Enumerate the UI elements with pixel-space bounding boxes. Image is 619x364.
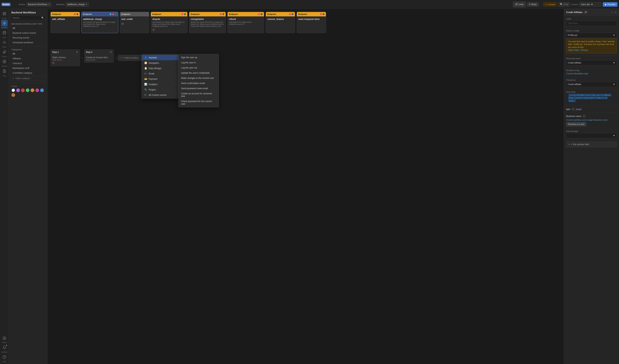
category-item-affiliates[interactable]: Affiliates [10,56,46,61]
menu-item-navigation-label: Navigation [149,62,173,64]
sidebar-item-logs-wrap: Logs [1,68,8,77]
search-input[interactable] [11,15,45,20]
sidebar-item-logs[interactable] [1,68,8,74]
dropdown-chevron-icon: ▼ [613,134,615,137]
color-dot-white[interactable] [11,88,15,92]
step-card-1[interactable]: Step 1 🗑 Static choices Only when... ⊘ [51,49,80,66]
endpoint-header-refund: Endpoint [227,12,264,16]
main-layout: Design Workflow Data Styles Plugins [0,9,619,364]
endpoint-card-add-affiliate[interactable]: Endpoint add_affiliate [51,12,80,33]
color-dot-blue[interactable] [40,88,44,92]
sidebar-item-plugins[interactable] [1,49,8,55]
issues-badge[interactable]: ⚠ 2 Issues [543,2,557,6]
field-to-modify-dropdown[interactable]: Profile pic ▼ [566,33,617,38]
label-input[interactable] [566,21,617,26]
sidebar-item-styles[interactable] [1,39,8,46]
endpoint-card-mark-mixpanel[interactable]: Endpoint mark mixpanel done [297,12,326,33]
workflow-thing-link[interactable]: Current Workflow User [566,72,589,75]
delete-step-icon[interactable]: 🗑 [76,51,78,54]
plugin-value[interactable]: plugin [576,108,582,111]
only-when-condition-link[interactable]: Current Workflow User's Paid user for af… [568,94,611,102]
play-icon: ▶ [605,3,607,6]
delete-step-2-icon[interactable]: 🗑 [110,51,112,54]
frequency-dropdown[interactable]: Credit affiliate ▼ [566,82,617,87]
step-card-2[interactable]: Step 2 🗑 Create an invoice item Only whe… [84,49,114,63]
type-item-recurring[interactable]: Recurring events [10,36,46,40]
pin-icon[interactable]: 📌 [583,11,588,14]
payment-icon: 💳 [144,78,147,80]
undo-button[interactable]: ↺ Undo [513,1,526,7]
sidebar-item-updates-wrap: Updates [1,344,8,353]
category-item-workflow[interactable]: A workflow category [10,71,46,75]
menu-item-data[interactable]: 📋 Data (things) › [142,66,178,71]
submenu-update-credentials[interactable]: Update the user's credentials [179,70,219,76]
add-category-button[interactable]: + + Add a category... [11,76,45,81]
category-item-marketplace[interactable]: Marketplace stuff [10,66,46,70]
submenu-send-confirmation[interactable]: Send confirmation email [179,81,219,86]
color-dot-brown[interactable] [11,93,15,97]
find-button[interactable]: 🔍 Find [558,2,570,7]
submenu-log-out[interactable]: Log the user out [179,65,219,70]
menu-item-email[interactable]: ✉ Email › [142,71,178,76]
recurring-event-dropdown[interactable]: Credit affiliate ▼ [566,60,617,65]
endpoint-card-remove-feature[interactable]: Endpoint remove_feature [266,12,295,33]
endpoint-card-dispute[interactable]: Endpoint dispute and Search for Stripe U… [151,12,188,33]
sidebar-item-help[interactable] [1,354,8,360]
sidebar-item-updates[interactable] [1,344,8,351]
submenu-create-account[interactable]: Create an account for someone else [179,91,219,99]
step-arrow-1: › [80,56,84,60]
sidebar-item-design[interactable] [1,10,8,17]
submenu-log-in[interactable]: Log the user in [179,60,219,65]
dot-red-icon [112,13,114,15]
submenu-check-password[interactable]: Check password for the current user [179,99,219,107]
sidebar-item-market[interactable] [1,335,8,341]
bubble-logo[interactable]: Bubble [1,3,11,6]
step-2-type: Create an invoice item [86,56,112,59]
sidebar-item-data[interactable] [1,29,8,36]
type-item-all[interactable]: All [10,26,46,30]
endpoint-card-refund[interactable]: Endpoint refund and Search for Stripe ev… [227,12,264,33]
color-dot-purple[interactable] [16,88,20,92]
category-item-checkout[interactable]: Checkout [10,61,46,66]
section-dropdown[interactable]: Backend Workflows ▼ [26,2,52,7]
type-item-backend-custom[interactable]: Backend custom events [10,31,46,35]
back-arrow[interactable]: ← [12,3,14,6]
menu-item-analytics[interactable]: 📊 Analytics › [142,82,178,87]
sidebar-item-settings[interactable] [1,58,8,65]
canvas-area[interactable]: Endpoint add_affiliate Endpoint [48,9,564,364]
version-dropdown[interactable]: marc-dev ▼ [579,2,601,7]
type-item-scheduled[interactable]: Scheduled workflows [10,40,46,45]
action-menu-dropdown: 👤 Account › 🧭 Navigation › 📋 Data (thing… [141,54,178,98]
submenu-send-password-reset[interactable]: Send password reset email [179,86,219,91]
menu-item-plugins[interactable]: 🔌 Plugins › [142,87,178,92]
menu-item-navigation[interactable]: 🧭 Navigation › [142,60,178,66]
color-dot-red[interactable] [21,88,25,92]
endpoint-card-end-credit[interactable]: Endpoint end_credit ⊘ [120,12,149,33]
redo-button[interactable]: ↻ Redo [527,2,539,7]
workflow-dropdown[interactable]: additional_charge ▼ [66,2,89,7]
menu-item-payment[interactable]: 💳 Payment › [142,76,178,82]
endpoint-card-additional-charge[interactable]: Endpoint additional_charge and Search fo… [82,12,118,33]
business-name-value-link[interactable]: Current workflow user's plugin Business … [566,119,608,121]
sidebar-item-workflow[interactable] [1,20,8,27]
market-label: Market [2,341,7,343]
expand-icon[interactable]: ⤢ [611,11,614,14]
dot-red-icon [258,13,260,15]
menu-item-custom-events[interactable]: ⚙ 88 Custom events › [142,92,178,98]
color-dot-green[interactable] [26,88,29,92]
close-icon[interactable]: ✕ [615,11,617,14]
submenu-sign-up[interactable]: Sign the user up [179,55,219,60]
category-item-all[interactable]: All [10,52,46,56]
preview-button[interactable]: ▶ Preview [603,2,618,7]
color-dot-magenta[interactable] [35,88,39,92]
color-dot-orange[interactable] [30,88,34,92]
internal-page-dropdown[interactable]: ▼ [566,133,617,138]
set-another-field-button[interactable]: + + Set another field [566,142,617,147]
add-action-button[interactable]: + + Add an action... [118,55,143,61]
workflow-thing-label: Workflow thing [566,69,617,71]
open-data-privacy-link[interactable]: Open Data › Privacy [568,49,588,51]
dot-gray-icon [292,13,294,15]
endpoint-card-chargefailed[interactable]: Endpoint chargefailed Search for Users:f… [189,12,226,33]
submenu-make-changes[interactable]: Make changes to the current user [179,76,219,81]
menu-item-account[interactable]: 👤 Account › [142,55,178,60]
